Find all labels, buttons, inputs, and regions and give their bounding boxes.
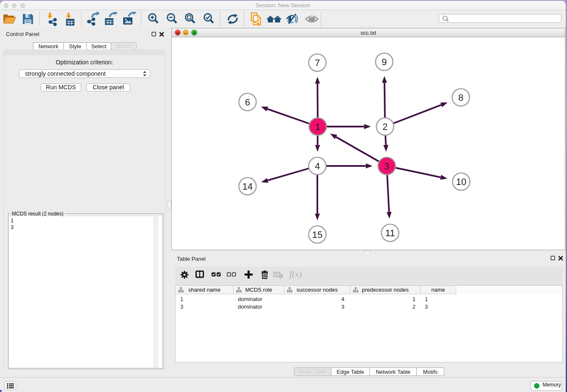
svg-text:15: 15 (312, 229, 322, 240)
svg-text:14: 14 (242, 181, 253, 192)
svg-text:11: 11 (385, 228, 395, 238)
svg-text:4: 4 (315, 161, 320, 171)
svg-text:6: 6 (245, 97, 250, 108)
svg-text:3: 3 (384, 161, 389, 171)
svg-text:8: 8 (458, 92, 463, 103)
svg-text:2: 2 (383, 121, 388, 132)
svg-text:9: 9 (382, 57, 387, 67)
svg-text:10: 10 (456, 177, 466, 187)
svg-text:7: 7 (315, 58, 320, 68)
svg-text:1: 1 (315, 121, 320, 132)
